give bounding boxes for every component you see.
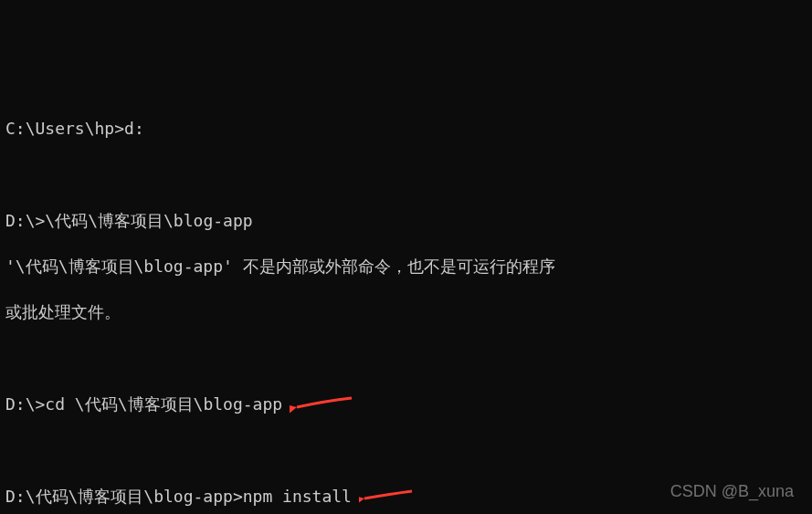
prompt: D:\> — [5, 211, 45, 230]
prompt-line: C:\Users\hp>d: — [5, 117, 807, 140]
terminal-window[interactable]: C:\Users\hp>d: D:\>\代码\博客项目\blog-app '\代… — [5, 94, 807, 514]
command: cd \代码\博客项目\blog-app — [45, 394, 282, 414]
command: \代码\博客项目\blog-app — [45, 211, 252, 230]
annotation-arrow-icon — [290, 395, 353, 415]
blank-line — [5, 163, 807, 185]
blank-line — [5, 439, 807, 462]
prompt: C:\Users\hp> — [5, 119, 124, 138]
command: npm install — [243, 487, 352, 506]
prompt: D:\> — [5, 394, 45, 414]
error-output: 或批处理文件。 — [5, 300, 807, 323]
prompt-line: D:\>\代码\博客项目\blog-app — [5, 209, 807, 232]
annotation-arrow-icon — [359, 488, 414, 508]
prompt-line: D:\>cd \代码\博客项目\blog-app — [5, 393, 807, 415]
error-output: '\代码\博客项目\blog-app' 不是内部或外部命令，也不是可运行的程序 — [5, 255, 807, 278]
blank-line — [5, 347, 807, 370]
prompt: D:\代码\博客项目\blog-app> — [5, 487, 243, 506]
command: d: — [124, 119, 144, 138]
watermark-text: CSDN @B_xuna — [670, 480, 794, 503]
